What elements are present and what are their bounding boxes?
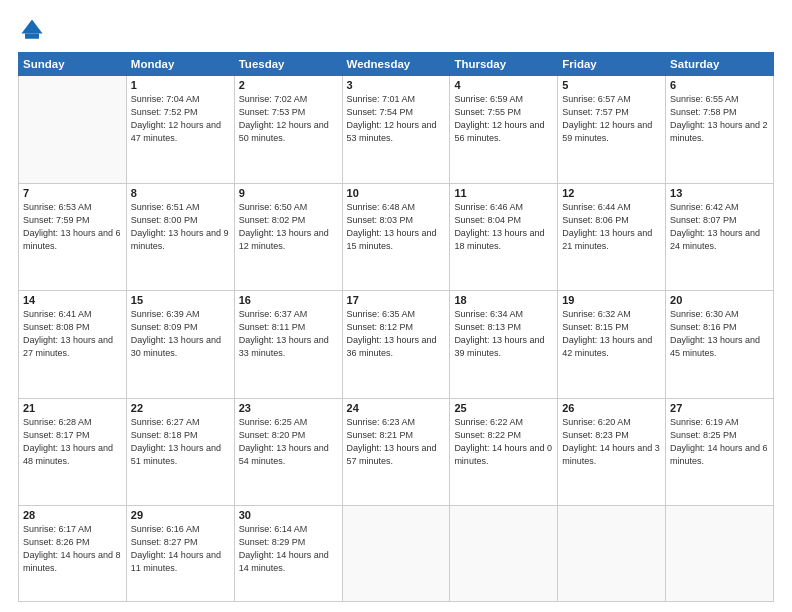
daylight-label: Daylight: 13 hours and 9 minutes.	[131, 228, 229, 251]
weekday-header: Saturday	[666, 53, 774, 76]
day-number: 27	[670, 402, 769, 414]
day-info: Sunrise: 6:32 AM Sunset: 8:15 PM Dayligh…	[562, 308, 661, 360]
sunset-label: Sunset: 8:26 PM	[23, 537, 90, 547]
sunset-label: Sunset: 8:15 PM	[562, 322, 629, 332]
calendar-cell: 18 Sunrise: 6:34 AM Sunset: 8:13 PM Dayl…	[450, 291, 558, 399]
day-info: Sunrise: 6:41 AM Sunset: 8:08 PM Dayligh…	[23, 308, 122, 360]
day-info: Sunrise: 6:59 AM Sunset: 7:55 PM Dayligh…	[454, 93, 553, 145]
calendar-cell	[450, 506, 558, 602]
daylight-label: Daylight: 12 hours and 59 minutes.	[562, 120, 652, 143]
day-info: Sunrise: 6:22 AM Sunset: 8:22 PM Dayligh…	[454, 416, 553, 468]
sunset-label: Sunset: 8:18 PM	[131, 430, 198, 440]
sunrise-label: Sunrise: 6:48 AM	[347, 202, 416, 212]
calendar-week-row: 14 Sunrise: 6:41 AM Sunset: 8:08 PM Dayl…	[19, 291, 774, 399]
daylight-label: Daylight: 13 hours and 39 minutes.	[454, 335, 544, 358]
daylight-label: Daylight: 13 hours and 48 minutes.	[23, 443, 113, 466]
daylight-label: Daylight: 13 hours and 15 minutes.	[347, 228, 437, 251]
sunset-label: Sunset: 7:54 PM	[347, 107, 414, 117]
sunset-label: Sunset: 8:27 PM	[131, 537, 198, 547]
calendar-cell: 9 Sunrise: 6:50 AM Sunset: 8:02 PM Dayli…	[234, 183, 342, 291]
day-info: Sunrise: 6:48 AM Sunset: 8:03 PM Dayligh…	[347, 201, 446, 253]
day-number: 7	[23, 187, 122, 199]
calendar-cell	[558, 506, 666, 602]
day-number: 18	[454, 294, 553, 306]
day-info: Sunrise: 7:02 AM Sunset: 7:53 PM Dayligh…	[239, 93, 338, 145]
day-info: Sunrise: 6:44 AM Sunset: 8:06 PM Dayligh…	[562, 201, 661, 253]
sunset-label: Sunset: 8:08 PM	[23, 322, 90, 332]
calendar-cell: 21 Sunrise: 6:28 AM Sunset: 8:17 PM Dayl…	[19, 398, 127, 506]
calendar-cell: 10 Sunrise: 6:48 AM Sunset: 8:03 PM Dayl…	[342, 183, 450, 291]
day-number: 13	[670, 187, 769, 199]
day-number: 4	[454, 79, 553, 91]
daylight-label: Daylight: 13 hours and 12 minutes.	[239, 228, 329, 251]
sunrise-label: Sunrise: 6:14 AM	[239, 524, 308, 534]
day-number: 22	[131, 402, 230, 414]
sunrise-label: Sunrise: 6:17 AM	[23, 524, 92, 534]
daylight-label: Daylight: 13 hours and 33 minutes.	[239, 335, 329, 358]
calendar-cell: 12 Sunrise: 6:44 AM Sunset: 8:06 PM Dayl…	[558, 183, 666, 291]
calendar-cell: 14 Sunrise: 6:41 AM Sunset: 8:08 PM Dayl…	[19, 291, 127, 399]
sunset-label: Sunset: 8:29 PM	[239, 537, 306, 547]
calendar-cell: 28 Sunrise: 6:17 AM Sunset: 8:26 PM Dayl…	[19, 506, 127, 602]
daylight-label: Daylight: 14 hours and 3 minutes.	[562, 443, 660, 466]
sunrise-label: Sunrise: 6:19 AM	[670, 417, 739, 427]
calendar-week-row: 1 Sunrise: 7:04 AM Sunset: 7:52 PM Dayli…	[19, 76, 774, 184]
sunrise-label: Sunrise: 6:35 AM	[347, 309, 416, 319]
day-info: Sunrise: 6:27 AM Sunset: 8:18 PM Dayligh…	[131, 416, 230, 468]
daylight-label: Daylight: 13 hours and 42 minutes.	[562, 335, 652, 358]
weekday-header: Wednesday	[342, 53, 450, 76]
sunrise-label: Sunrise: 6:51 AM	[131, 202, 200, 212]
day-number: 29	[131, 509, 230, 521]
day-number: 23	[239, 402, 338, 414]
daylight-label: Daylight: 14 hours and 11 minutes.	[131, 550, 221, 573]
calendar-cell: 29 Sunrise: 6:16 AM Sunset: 8:27 PM Dayl…	[126, 506, 234, 602]
day-number: 25	[454, 402, 553, 414]
calendar-week-row: 7 Sunrise: 6:53 AM Sunset: 7:59 PM Dayli…	[19, 183, 774, 291]
day-info: Sunrise: 6:19 AM Sunset: 8:25 PM Dayligh…	[670, 416, 769, 468]
sunset-label: Sunset: 8:11 PM	[239, 322, 306, 332]
day-info: Sunrise: 6:53 AM Sunset: 7:59 PM Dayligh…	[23, 201, 122, 253]
daylight-label: Daylight: 13 hours and 2 minutes.	[670, 120, 768, 143]
daylight-label: Daylight: 13 hours and 27 minutes.	[23, 335, 113, 358]
day-info: Sunrise: 6:55 AM Sunset: 7:58 PM Dayligh…	[670, 93, 769, 145]
daylight-label: Daylight: 13 hours and 18 minutes.	[454, 228, 544, 251]
calendar-cell	[666, 506, 774, 602]
sunset-label: Sunset: 8:20 PM	[239, 430, 306, 440]
calendar-cell: 22 Sunrise: 6:27 AM Sunset: 8:18 PM Dayl…	[126, 398, 234, 506]
calendar-table: SundayMondayTuesdayWednesdayThursdayFrid…	[18, 52, 774, 602]
day-info: Sunrise: 7:01 AM Sunset: 7:54 PM Dayligh…	[347, 93, 446, 145]
sunset-label: Sunset: 8:21 PM	[347, 430, 414, 440]
sunrise-label: Sunrise: 7:04 AM	[131, 94, 200, 104]
day-info: Sunrise: 6:51 AM Sunset: 8:00 PM Dayligh…	[131, 201, 230, 253]
day-info: Sunrise: 6:20 AM Sunset: 8:23 PM Dayligh…	[562, 416, 661, 468]
day-number: 26	[562, 402, 661, 414]
sunset-label: Sunset: 8:07 PM	[670, 215, 737, 225]
sunrise-label: Sunrise: 6:41 AM	[23, 309, 92, 319]
daylight-label: Daylight: 14 hours and 0 minutes.	[454, 443, 552, 466]
sunrise-label: Sunrise: 6:28 AM	[23, 417, 92, 427]
weekday-header: Sunday	[19, 53, 127, 76]
sunrise-label: Sunrise: 6:37 AM	[239, 309, 308, 319]
day-number: 2	[239, 79, 338, 91]
sunrise-label: Sunrise: 6:20 AM	[562, 417, 631, 427]
sunset-label: Sunset: 8:06 PM	[562, 215, 629, 225]
sunset-label: Sunset: 8:23 PM	[562, 430, 629, 440]
day-number: 8	[131, 187, 230, 199]
sunrise-label: Sunrise: 6:42 AM	[670, 202, 739, 212]
logo	[18, 16, 50, 44]
day-number: 17	[347, 294, 446, 306]
sunset-label: Sunset: 8:22 PM	[454, 430, 521, 440]
day-info: Sunrise: 6:28 AM Sunset: 8:17 PM Dayligh…	[23, 416, 122, 468]
calendar-cell: 30 Sunrise: 6:14 AM Sunset: 8:29 PM Dayl…	[234, 506, 342, 602]
sunset-label: Sunset: 8:13 PM	[454, 322, 521, 332]
day-info: Sunrise: 6:42 AM Sunset: 8:07 PM Dayligh…	[670, 201, 769, 253]
sunrise-label: Sunrise: 6:46 AM	[454, 202, 523, 212]
day-info: Sunrise: 6:34 AM Sunset: 8:13 PM Dayligh…	[454, 308, 553, 360]
daylight-label: Daylight: 12 hours and 53 minutes.	[347, 120, 437, 143]
sunrise-label: Sunrise: 6:39 AM	[131, 309, 200, 319]
calendar-cell: 7 Sunrise: 6:53 AM Sunset: 7:59 PM Dayli…	[19, 183, 127, 291]
sunset-label: Sunset: 8:16 PM	[670, 322, 737, 332]
sunrise-label: Sunrise: 6:50 AM	[239, 202, 308, 212]
sunrise-label: Sunrise: 6:57 AM	[562, 94, 631, 104]
daylight-label: Daylight: 13 hours and 51 minutes.	[131, 443, 221, 466]
